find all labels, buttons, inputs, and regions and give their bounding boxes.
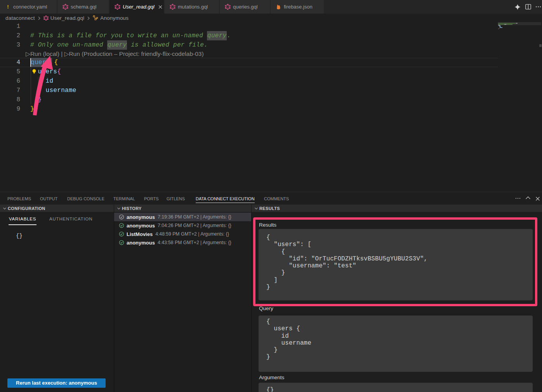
svg-text:!: ! [7, 4, 9, 10]
